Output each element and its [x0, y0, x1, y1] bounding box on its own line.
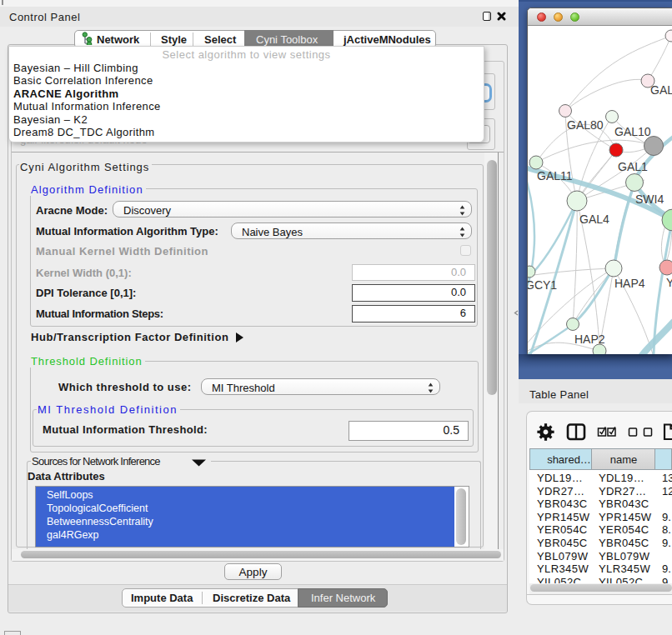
svg-text:HAP2: HAP2: [574, 332, 605, 346]
svg-text:GAL11: GAL11: [537, 169, 573, 182]
svg-text:GAL10: GAL10: [614, 125, 651, 138]
svg-text:GAL1: GAL1: [618, 160, 648, 173]
svg-text:SWI4: SWI4: [635, 192, 664, 206]
svg-text:HAP4: HAP4: [614, 277, 645, 290]
svg-text:GAL2: GAL2: [650, 83, 672, 97]
svg-text:GAL4: GAL4: [579, 212, 609, 226]
svg-text:GCY1: GCY1: [528, 278, 557, 292]
svg-text:Y: Y: [666, 276, 672, 289]
svg-text:GAL80: GAL80: [567, 118, 604, 132]
